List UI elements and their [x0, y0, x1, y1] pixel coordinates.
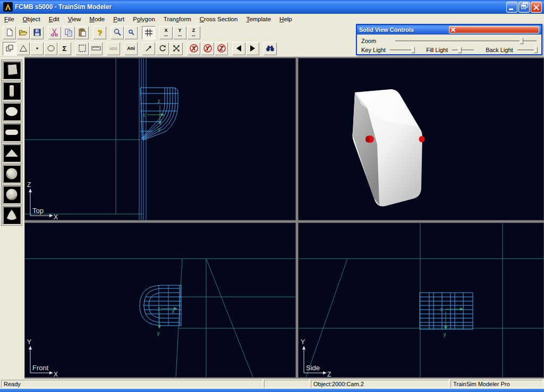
viewport-front[interactable]: z x y Y Front X: [24, 223, 296, 378]
close-button[interactable]: [531, 2, 542, 13]
menu-mode[interactable]: Mode: [85, 15, 109, 23]
zoom-out-button[interactable]: [124, 26, 138, 39]
paste-clipboard-icon: [78, 28, 87, 37]
object-mode-button[interactable]: [3, 42, 16, 55]
next-button[interactable]: [246, 42, 259, 55]
marquee-select-button[interactable]: [75, 42, 89, 55]
menu-polygon[interactable]: Polygon: [129, 15, 159, 23]
new-button[interactable]: [3, 26, 16, 39]
move-arrow-icon: [144, 44, 153, 53]
no-x-icon: [189, 44, 199, 53]
status-message: Ready: [1, 380, 262, 388]
find-button[interactable]: [264, 42, 277, 55]
primitive-hemisphere-button[interactable]: [2, 184, 22, 204]
slider-thumb[interactable]: [534, 47, 538, 53]
copy-button[interactable]: [62, 26, 75, 39]
viewport-label: Front: [32, 364, 49, 372]
viewport-label: Side: [306, 364, 320, 372]
mirror-y-button[interactable]: Y↔: [173, 26, 186, 39]
titlebar[interactable]: FCMB s5000 - TrainSim Modeler: [0, 0, 544, 14]
menu-part[interactable]: Part: [109, 15, 129, 23]
capsule-icon: [4, 124, 20, 140]
viewport-perspective[interactable]: [298, 58, 544, 220]
zoom-slider[interactable]: [395, 37, 537, 44]
primitive-capsule-button[interactable]: [2, 122, 22, 142]
menu-object[interactable]: Object: [19, 15, 45, 23]
cut-button[interactable]: [48, 26, 61, 39]
add-button[interactable]: ADD: [107, 42, 120, 55]
lock-z-button[interactable]: Z: [215, 42, 228, 55]
lock-y-button[interactable]: Y: [201, 42, 214, 55]
main-area: z y x Z Top X: [0, 57, 544, 379]
wedge-icon: [4, 145, 20, 161]
sphere-icon: [4, 166, 20, 182]
back-light-slider[interactable]: [517, 46, 537, 53]
slider-thumb[interactable]: [520, 38, 523, 44]
menu-cross-section[interactable]: Cross Section: [196, 15, 242, 23]
open-button[interactable]: [16, 26, 30, 39]
primitive-cylinder-button[interactable]: [2, 81, 22, 101]
no-z-icon: [217, 44, 226, 53]
minimize-button[interactable]: [506, 2, 517, 13]
viewport-side[interactable]: x y Y Side Z: [298, 223, 544, 378]
scale-button[interactable]: [169, 42, 183, 55]
move-button[interactable]: [142, 42, 155, 55]
fill-light-slider[interactable]: [452, 46, 474, 53]
ruler-icon: [91, 45, 101, 52]
save-floppy-icon: [33, 28, 41, 37]
menu-transform[interactable]: Transform: [159, 15, 196, 23]
grid-icon: [144, 28, 153, 37]
zoom-in-icon: [113, 28, 122, 37]
cylinder-icon: [4, 83, 20, 99]
circle-mode-button[interactable]: [44, 42, 57, 55]
h-arrow-icon: ↔: [191, 32, 197, 37]
primitive-box-button[interactable]: [2, 60, 22, 80]
mirror-x-button[interactable]: X↔: [159, 26, 173, 39]
point-mode-button[interactable]: [30, 42, 44, 55]
key-light-slider[interactable]: [390, 46, 414, 53]
spline-mode-button[interactable]: Σ: [58, 42, 71, 55]
save-button[interactable]: [30, 26, 44, 39]
statusbar: Ready Object:2000:Cam.2 TrainSim Modeler…: [0, 379, 544, 389]
menu-file[interactable]: File: [0, 15, 19, 23]
paste-button[interactable]: [75, 26, 89, 39]
slider-thumb[interactable]: [411, 47, 415, 53]
viewport-top[interactable]: z y x Z Top X: [24, 58, 296, 220]
measure-button[interactable]: [89, 42, 103, 55]
axis-horizontal-label: X: [54, 371, 58, 377]
primitive-wedge-button[interactable]: [2, 143, 22, 163]
menubar: File Object Edit View Mode Part Polygon …: [0, 14, 544, 24]
box-icon: [4, 62, 20, 78]
primitive-cone-button[interactable]: [2, 205, 22, 225]
animation-button[interactable]: Ani: [124, 42, 138, 55]
menu-edit[interactable]: Edit: [45, 15, 64, 23]
palette-close-button[interactable]: [449, 26, 540, 33]
axis-vertical-label: Y: [301, 338, 305, 346]
slider-thumb[interactable]: [458, 47, 462, 53]
help-button[interactable]: ?: [93, 26, 106, 39]
grid-toggle-button[interactable]: [142, 26, 155, 39]
lock-x-button[interactable]: X: [187, 42, 200, 55]
cone-icon: [4, 207, 20, 223]
point-icon: [35, 46, 39, 50]
previous-button[interactable]: [232, 42, 245, 55]
primitive-ellipse-button[interactable]: [2, 101, 22, 122]
next-arrow-icon: [250, 45, 255, 52]
mirror-z-button[interactable]: Z↔: [187, 26, 200, 39]
solid-view-controls-palette[interactable]: Solid View Controls Zoom Key Light Fill …: [356, 24, 542, 55]
polygon-mode-button[interactable]: [16, 42, 30, 55]
zoom-in-button[interactable]: [110, 26, 124, 39]
key-light-slider-label: Key Light: [361, 47, 386, 53]
prev-arrow-icon: [236, 45, 241, 52]
menu-help[interactable]: Help: [275, 15, 296, 23]
pivot-y-label: y: [158, 126, 161, 132]
status-empty-panel: [264, 380, 309, 388]
restore-button[interactable]: [518, 2, 530, 13]
menu-template[interactable]: Template: [242, 15, 275, 23]
palette-titlebar[interactable]: Solid View Controls: [357, 25, 541, 35]
primitive-sphere-button[interactable]: [2, 164, 22, 184]
menu-view[interactable]: View: [64, 15, 86, 23]
ellipse-icon: [4, 104, 20, 120]
rotate-button[interactable]: [156, 42, 169, 55]
no-y-icon: [203, 44, 212, 53]
